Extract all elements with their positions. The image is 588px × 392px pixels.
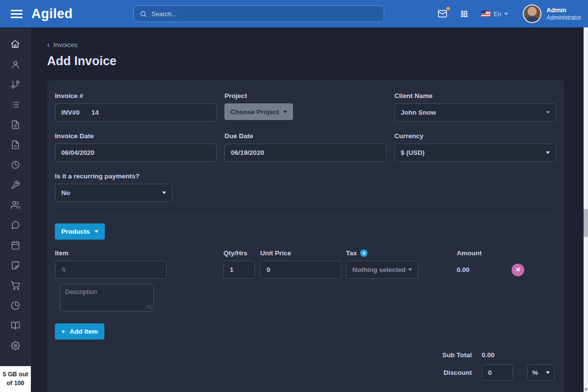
project-label: Project xyxy=(224,92,386,99)
invoice-date-label: Invoice Date xyxy=(55,132,217,140)
book-icon xyxy=(11,321,20,330)
user-menu[interactable]: Admin Administrator xyxy=(523,4,581,23)
invoice-number-field: INV#0 xyxy=(55,103,217,122)
unit-price-column-header: Unit Price xyxy=(260,249,346,257)
gear-icon xyxy=(11,341,20,350)
due-date-group: Due Date xyxy=(224,132,386,162)
recurring-label: Is it a recurring payments? xyxy=(55,172,556,180)
language-label: En xyxy=(493,10,501,18)
tax-select[interactable]: Nothing selected xyxy=(346,261,418,279)
sidebar: 5 GB out of 100 xyxy=(0,27,31,392)
due-date-input[interactable] xyxy=(224,144,386,162)
item-column-header: Item xyxy=(55,249,223,257)
search-input[interactable] xyxy=(151,10,378,18)
item-select[interactable]: ⇅ xyxy=(55,261,167,279)
recurring-group: Is it a recurring payments? No xyxy=(55,172,556,202)
avatar xyxy=(523,4,541,23)
brand-logo[interactable]: Agiled xyxy=(31,6,73,22)
search-icon xyxy=(140,10,147,18)
sidebar-item-deals[interactable] xyxy=(11,80,20,89)
notifications-button[interactable] xyxy=(438,9,447,19)
due-date-label: Due Date xyxy=(224,132,386,140)
sidebar-item-documents[interactable] xyxy=(11,140,20,149)
section-divider xyxy=(55,214,556,214)
invoice-number-prefix: INV#0 xyxy=(61,109,80,116)
sidebar-item-home[interactable] xyxy=(10,39,20,49)
sidebar-item-shop[interactable] xyxy=(11,281,20,290)
plus-icon: + xyxy=(61,328,65,335)
item-description-textarea[interactable] xyxy=(60,284,154,312)
scroll-down-arrow[interactable] xyxy=(584,387,588,392)
discount-input[interactable] xyxy=(482,365,513,381)
currency-label: Currency xyxy=(394,132,556,140)
scrollbar-thumb[interactable] xyxy=(584,209,588,237)
pie-chart-icon xyxy=(11,301,20,310)
sub-total-label: Sub Total xyxy=(428,351,472,359)
unit-price-input[interactable] xyxy=(260,261,341,279)
add-item-button[interactable]: + Add Item xyxy=(55,323,104,340)
sub-total-value: 0.00 xyxy=(482,351,494,359)
sidebar-item-calendar[interactable] xyxy=(11,241,20,250)
sort-icon: ⇅ xyxy=(61,267,66,273)
chevron-down-icon xyxy=(95,230,98,233)
recurring-select[interactable]: No xyxy=(55,184,172,202)
navbar-right: En Admin Administrator xyxy=(438,0,581,27)
apps-menu-button[interactable] xyxy=(460,10,468,18)
note-icon xyxy=(11,261,20,270)
storage-line-1: 5 GB out xyxy=(0,370,31,379)
client-name-select[interactable]: John Snow xyxy=(394,103,556,122)
qty-input[interactable] xyxy=(223,261,255,279)
clock-icon xyxy=(11,160,20,170)
project-group: Project Choose Project xyxy=(224,92,386,122)
sidebar-item-settings[interactable] xyxy=(11,341,20,350)
main-content: ‹ Invoices Add Invoice Invoice # INV#0 P… xyxy=(31,27,584,392)
sidebar-item-team[interactable] xyxy=(11,200,20,210)
sub-total-row: Sub Total 0.00 xyxy=(428,351,556,359)
sidebar-item-reports[interactable] xyxy=(11,301,20,310)
sidebar-item-time-tracking[interactable] xyxy=(11,160,20,170)
totals-section: Sub Total 0.00 Discount % xyxy=(55,351,556,381)
delete-item-button[interactable]: × xyxy=(512,264,524,276)
home-icon xyxy=(10,39,20,49)
sidebar-item-chat[interactable] xyxy=(11,220,20,230)
vertical-scrollbar[interactable] xyxy=(584,27,588,392)
qty-column-header: Qty/Hrs xyxy=(223,249,260,257)
chevron-down-icon xyxy=(546,111,550,114)
breadcrumb[interactable]: ‹ Invoices xyxy=(47,41,78,49)
invoice-number-label: Invoice # xyxy=(55,92,217,99)
chevron-down-icon xyxy=(408,269,412,271)
discount-row: Discount % xyxy=(428,365,556,381)
user-name: Admin xyxy=(546,6,581,15)
sidebar-item-invoices[interactable] xyxy=(11,120,20,129)
discount-unit-select[interactable]: % xyxy=(527,365,555,381)
add-tax-icon[interactable]: + xyxy=(360,249,368,257)
users-icon xyxy=(11,200,20,210)
sidebar-item-contacts[interactable] xyxy=(11,60,20,69)
user-text: Admin Administrator xyxy=(546,6,581,22)
amount-column-header: Amount xyxy=(424,249,556,257)
file-invoice-icon xyxy=(11,120,20,129)
language-selector[interactable]: En xyxy=(481,10,508,18)
invoice-date-input[interactable] xyxy=(55,144,217,162)
currency-select[interactable]: $ (USD) xyxy=(394,144,556,162)
sidebar-item-notes[interactable] xyxy=(11,261,20,270)
client-name-group: Client Name John Snow xyxy=(394,92,556,122)
invoice-number-group: Invoice # INV#0 xyxy=(55,92,217,122)
file-icon xyxy=(11,140,20,149)
sidebar-item-tasks[interactable] xyxy=(11,100,20,109)
choose-project-button[interactable]: Choose Project xyxy=(224,103,293,120)
items-table-header: Item Qty/Hrs Unit Price Tax + Amount xyxy=(55,249,556,257)
mail-icon xyxy=(438,9,447,19)
currency-group: Currency $ (USD) xyxy=(394,132,556,162)
wrench-icon xyxy=(11,180,20,190)
sidebar-item-knowledge-base[interactable] xyxy=(11,321,20,330)
hamburger-menu-icon[interactable] xyxy=(11,10,23,18)
storage-indicator: 5 GB out of 100 xyxy=(0,366,31,392)
products-dropdown-button[interactable]: Products xyxy=(55,223,105,240)
sidebar-item-tools[interactable] xyxy=(11,180,20,190)
chevron-down-icon xyxy=(546,151,550,154)
invoice-date-group: Invoice Date xyxy=(55,132,217,162)
invoice-number-input[interactable] xyxy=(92,109,121,116)
invoice-item-row: ⇅ Nothing selected 0.00 × xyxy=(55,261,556,279)
chevron-down-icon xyxy=(162,192,166,194)
